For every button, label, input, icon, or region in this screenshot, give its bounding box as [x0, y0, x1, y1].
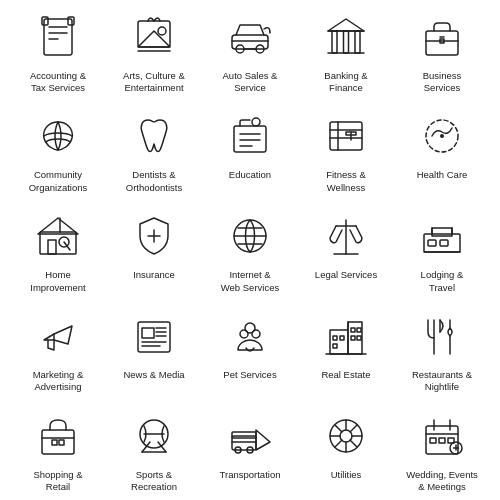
svg-rect-75: [333, 336, 337, 340]
svg-point-37: [440, 134, 444, 138]
cell-news[interactable]: News & Media: [106, 300, 202, 400]
svg-marker-17: [328, 19, 364, 31]
utilities-icon: [318, 408, 374, 464]
cell-dentists[interactable]: Dentists &Orthodontists: [106, 100, 202, 200]
svg-rect-18: [332, 31, 337, 53]
realestate-icon: [318, 308, 374, 364]
auto-label: Auto Sales &Service: [223, 70, 278, 95]
svg-rect-80: [351, 336, 355, 340]
svg-rect-56: [432, 228, 452, 236]
internet-icon: [222, 208, 278, 264]
cell-education[interactable]: Education: [202, 100, 298, 200]
svg-marker-96: [256, 430, 270, 450]
dentists-label: Dentists &Orthodontists: [126, 169, 183, 194]
svg-rect-76: [340, 336, 344, 340]
svg-line-108: [350, 440, 357, 447]
cell-marketing[interactable]: Marketing &Advertising: [10, 300, 106, 400]
banking-label: Banking &Finance: [324, 70, 367, 95]
svg-rect-116: [439, 438, 445, 443]
realestate-label: Real Estate: [321, 369, 370, 381]
insurance-icon: [126, 208, 182, 264]
svg-point-8: [158, 27, 166, 35]
home-label: HomeImprovement: [30, 269, 85, 294]
sports-icon: [126, 408, 182, 464]
svg-line-107: [335, 425, 342, 432]
education-icon: [222, 108, 278, 164]
community-icon: [30, 108, 86, 164]
svg-rect-4: [42, 17, 48, 25]
lodging-label: Lodging &Travel: [421, 269, 464, 294]
cell-utilities[interactable]: Utilities: [298, 400, 394, 500]
svg-rect-78: [351, 328, 355, 332]
home-icon: [30, 208, 86, 264]
cell-community[interactable]: CommunityOrganizations: [10, 100, 106, 200]
fitness-label: Fitness &Wellness: [326, 169, 366, 194]
svg-rect-89: [59, 440, 64, 445]
svg-rect-54: [428, 240, 436, 246]
wedding-icon: [414, 408, 470, 464]
cell-restaurants[interactable]: Restaurants &Nightlife: [394, 300, 490, 400]
accounting-icon: [30, 9, 86, 65]
legal-label: Legal Services: [315, 269, 377, 281]
svg-rect-97: [232, 432, 256, 438]
svg-line-109: [350, 425, 357, 432]
auto-icon: [222, 9, 278, 65]
svg-rect-79: [357, 328, 361, 332]
cell-internet[interactable]: Internet &Web Services: [202, 200, 298, 300]
banking-icon: [318, 9, 374, 65]
accounting-label: Accounting &Tax Services: [30, 70, 86, 95]
news-label: News & Media: [123, 369, 184, 381]
svg-point-70: [245, 323, 255, 333]
arts-label: Arts, Culture &Entertainment: [123, 70, 185, 95]
cell-transportation[interactable]: Transportation: [202, 400, 298, 500]
business-icon: [414, 9, 470, 65]
marketing-icon: [30, 308, 86, 364]
internet-label: Internet &Web Services: [221, 269, 279, 294]
svg-rect-25: [234, 126, 266, 152]
cell-pet[interactable]: Pet Services: [202, 300, 298, 400]
cell-sports[interactable]: Sports &Recreation: [106, 400, 202, 500]
cell-fitness[interactable]: Fitness &Wellness: [298, 100, 394, 200]
shopping-label: Shopping &Retail: [33, 469, 82, 494]
cell-insurance[interactable]: Insurance: [106, 200, 202, 300]
svg-rect-81: [357, 336, 361, 340]
cell-business[interactable]: BusinessServices: [394, 1, 490, 101]
cell-healthcare[interactable]: Health Care: [394, 100, 490, 200]
cell-banking[interactable]: Banking &Finance: [298, 1, 394, 101]
cell-realestate[interactable]: Real Estate: [298, 300, 394, 400]
education-label: Education: [229, 169, 271, 181]
cell-auto[interactable]: Auto Sales &Service: [202, 1, 298, 101]
category-grid: Accounting &Tax Services Arts, Culture &…: [5, 0, 495, 500]
svg-rect-71: [330, 330, 348, 354]
svg-rect-20: [355, 31, 360, 53]
svg-rect-19: [344, 31, 349, 53]
svg-rect-62: [142, 328, 154, 338]
pet-label: Pet Services: [223, 369, 276, 381]
svg-rect-111: [426, 426, 458, 454]
community-label: CommunityOrganizations: [29, 169, 88, 194]
cell-accounting[interactable]: Accounting &Tax Services: [10, 1, 106, 101]
svg-rect-115: [430, 438, 436, 443]
svg-rect-5: [68, 17, 74, 25]
svg-rect-39: [40, 232, 76, 254]
svg-point-26: [252, 118, 260, 126]
cell-lodging[interactable]: Lodging &Travel: [394, 200, 490, 300]
cell-home[interactable]: HomeImprovement: [10, 200, 106, 300]
cell-legal[interactable]: Legal Services: [298, 200, 394, 300]
arts-icon: [126, 9, 182, 65]
sports-label: Sports &Recreation: [131, 469, 177, 494]
legal-icon: [318, 208, 374, 264]
insurance-label: Insurance: [133, 269, 175, 281]
news-icon: [126, 308, 182, 364]
restaurants-label: Restaurants &Nightlife: [412, 369, 472, 394]
healthcare-icon: [414, 108, 470, 164]
cell-arts[interactable]: Arts, Culture &Entertainment: [106, 1, 202, 101]
transportation-label: Transportation: [220, 469, 281, 481]
shopping-icon: [30, 408, 86, 464]
transportation-icon: [222, 408, 278, 464]
svg-rect-55: [440, 240, 448, 246]
cell-wedding[interactable]: Wedding, Events& Meetings: [394, 400, 490, 500]
cell-shopping[interactable]: Shopping &Retail: [10, 400, 106, 500]
pet-icon: [222, 308, 278, 364]
dentists-icon: [126, 108, 182, 164]
